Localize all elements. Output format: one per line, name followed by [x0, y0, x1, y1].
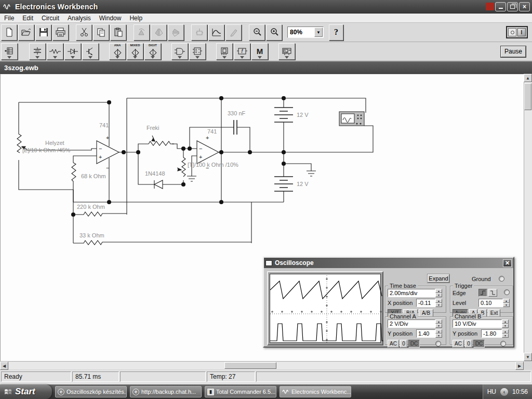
diodes-bin-button[interactable]: [64, 43, 81, 60]
start-button[interactable]: Start: [0, 384, 52, 399]
subcircuit-button[interactable]: [191, 24, 207, 41]
scroll-left-icon[interactable]: ◀: [0, 362, 8, 370]
close-button[interactable]: ×: [519, 2, 530, 11]
falling-edge-button[interactable]: [488, 289, 497, 297]
trigger-ext-button[interactable]: Ext: [488, 309, 500, 317]
scroll-up-icon[interactable]: ▲: [524, 74, 532, 82]
menu-edit[interactable]: Edit: [18, 14, 37, 22]
mixed-ic-bin-button[interactable]: MIXED: [127, 43, 143, 60]
taskbar-item-total-commander[interactable]: ▮ Total Commander 6.5...: [205, 386, 276, 397]
oscilloscope-window[interactable]: Oscilloscope ✕ E: [263, 257, 514, 348]
chevron-down-icon[interactable]: ▼: [314, 28, 323, 37]
new-button[interactable]: [1, 24, 17, 41]
task-label: Total Commander 6.5...: [216, 389, 275, 395]
channel-b-ypos-field[interactable]: -1.80: [481, 329, 502, 338]
document-title: 3szog.ewb: [4, 64, 38, 72]
pause-button[interactable]: Pause: [501, 46, 526, 57]
trigger-terminal-radio[interactable]: [504, 289, 510, 295]
x-position-spinner[interactable]: ▲▼: [435, 299, 442, 307]
zoom-out-button[interactable]: [249, 24, 265, 41]
menu-analysis[interactable]: Analysis: [63, 14, 95, 22]
menu-circuit[interactable]: Circuit: [37, 14, 63, 22]
scroll-right-icon[interactable]: ▶: [515, 362, 524, 370]
flip-vertical-button[interactable]: [168, 24, 184, 41]
channel-a-ypos-spinner[interactable]: ▲▼: [435, 329, 442, 338]
digital-ic-bin-button[interactable]: DIGIT: [144, 43, 161, 60]
digital-parts-bin-button[interactable]: [189, 43, 206, 60]
volume-icon[interactable]: ‹: [500, 388, 508, 396]
taskbar-item-electronics-workbench[interactable]: Electronics Workbenc...: [280, 386, 351, 397]
menu-file[interactable]: File: [0, 14, 18, 22]
controls-bin-button[interactable]: f: [234, 43, 250, 60]
trigger-level-field[interactable]: 0.10: [478, 299, 503, 307]
taskbar-item-browser-1[interactable]: e Oszcilloszkóp készítés...: [55, 386, 127, 397]
instruments-bin-button[interactable]: [278, 43, 295, 60]
channel-a-dc-button[interactable]: DC: [408, 340, 420, 348]
horizontal-scroll-thumb[interactable]: [224, 362, 276, 369]
spin-up-icon: ▲: [435, 299, 442, 303]
channel-a-terminal-radio[interactable]: [435, 341, 441, 347]
copy-button[interactable]: [93, 24, 109, 41]
analog-ic-bin-button[interactable]: ANA: [109, 43, 126, 60]
channel-b-scale-spinner[interactable]: ▲▼: [502, 320, 509, 328]
spin-up-icon: ▲: [502, 329, 509, 334]
channel-b-terminal-radio[interactable]: [500, 341, 506, 347]
ab-mode-button[interactable]: A/B: [419, 309, 433, 317]
browser-icon: e: [58, 389, 64, 395]
oscilloscope-titlebar[interactable]: Oscilloscope ✕: [264, 258, 513, 268]
channel-b-ypos-spinner[interactable]: ▲▼: [502, 329, 509, 338]
vertical-scroll-thumb[interactable]: [524, 83, 531, 110]
task-label: http://backup.chat.h...: [141, 389, 196, 395]
restore-button[interactable]: [507, 2, 518, 11]
channel-b-scale-field[interactable]: 10 V/Div: [453, 320, 502, 328]
print-button[interactable]: [52, 24, 69, 41]
sources-bin-button[interactable]: [29, 43, 46, 60]
scroll-down-icon[interactable]: ▼: [524, 353, 532, 361]
circuit-canvas[interactable]: − + + − − + + − 741 Helyzet [E]/10 k Ohm…: [0, 74, 524, 361]
miscellaneous-bin-button[interactable]: M: [251, 43, 268, 60]
rising-edge-button[interactable]: [478, 289, 487, 297]
channel-a-ac-button[interactable]: AC: [388, 340, 399, 348]
paste-button[interactable]: [110, 24, 126, 41]
help-button[interactable]: ?: [329, 24, 343, 41]
basic-bin-button[interactable]: [47, 43, 63, 60]
transistors-bin-button[interactable]: [82, 43, 99, 60]
power-switch[interactable]: I: [506, 26, 528, 38]
save-button[interactable]: [35, 24, 51, 41]
open-button[interactable]: [18, 24, 34, 41]
cut-button[interactable]: [76, 24, 92, 41]
menu-window[interactable]: Window: [95, 14, 126, 22]
document-titlebar[interactable]: 3szog.ewb: [0, 62, 532, 74]
func-glyph: f: [242, 48, 244, 54]
trigger-level-spinner[interactable]: ▲▼: [503, 299, 510, 307]
logic-gates-bin-button[interactable]: [171, 43, 188, 60]
channel-a-scale-field[interactable]: 2 V/Div: [388, 320, 435, 328]
oscilloscope-close-button[interactable]: ✕: [503, 259, 512, 267]
timebase-scale-spinner[interactable]: ▲▼: [435, 289, 442, 297]
language-indicator[interactable]: HU: [487, 388, 496, 395]
menu-help[interactable]: Help: [125, 14, 147, 22]
channel-b-zero-button[interactable]: 0: [465, 340, 472, 348]
component-properties-button[interactable]: [225, 24, 242, 41]
taskbar-item-browser-2[interactable]: e http://backup.chat.h...: [130, 386, 202, 397]
minimize-button[interactable]: [495, 2, 506, 11]
channel-a-zero-button[interactable]: 0: [400, 340, 407, 348]
ground-terminal-radio[interactable]: [499, 276, 504, 282]
favorites-bin-button[interactable]: [1, 43, 18, 60]
channel-a-ypos-field[interactable]: 1.40: [416, 329, 435, 338]
flip-horizontal-button[interactable]: [151, 24, 167, 41]
zoom-in-button[interactable]: [266, 24, 282, 41]
timebase-scale-field[interactable]: 2.00ms/div: [388, 289, 435, 297]
vertical-scrollbar[interactable]: ▲ ▼: [524, 74, 532, 361]
expand-button[interactable]: Expand: [428, 274, 449, 283]
bin-dropdown-icon: [53, 56, 57, 59]
channel-b-ac-button[interactable]: AC: [453, 340, 464, 348]
x-position-field[interactable]: -0.11: [416, 299, 435, 307]
channel-b-dc-button[interactable]: DC: [473, 340, 485, 348]
analysis-graph-button[interactable]: [208, 24, 224, 41]
channel-a-scale-spinner[interactable]: ▲▼: [435, 320, 442, 328]
rotate-button[interactable]: [134, 24, 150, 41]
horizontal-scrollbar[interactable]: ◀ ▶: [0, 361, 524, 369]
indicators-bin-button[interactable]: [216, 43, 233, 60]
zoom-level-combo[interactable]: 80% ▼: [287, 26, 324, 38]
